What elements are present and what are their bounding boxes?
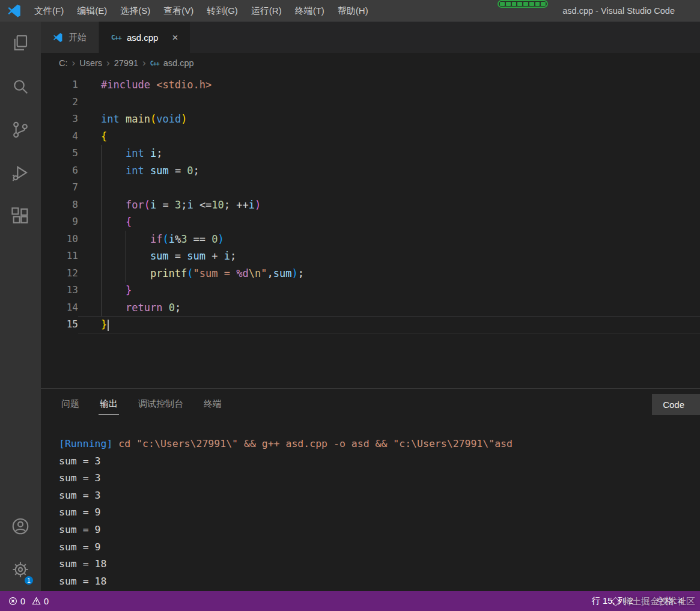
menu-goto[interactable]: 转到(G): [200, 0, 245, 22]
recording-meter-indicator: [498, 0, 548, 8]
panel-tab-bar: 问题 输出 调试控制台 终端 Code: [41, 389, 700, 420]
code-line[interactable]: 11 sum = sum + i;: [41, 248, 700, 265]
breadcrumb-item[interactable]: Users: [79, 58, 102, 68]
output-line[interactable]: sum = 3: [59, 453, 700, 470]
breadcrumb-item[interactable]: 27991: [114, 58, 138, 68]
code-line[interactable]: 10 if(i%3 == 0): [41, 231, 700, 248]
chevron-right-icon: ›: [106, 57, 110, 69]
code-line[interactable]: 6 int sum = 0;: [41, 162, 700, 180]
code-line[interactable]: 4{: [41, 128, 700, 145]
code-line[interactable]: 9 {: [41, 213, 700, 231]
code-line[interactable]: 8 for(i = 3;i <=10; ++i): [41, 196, 700, 214]
text-content: sum = 9: [59, 541, 101, 553]
line-number: 13: [41, 282, 78, 299]
line-number: 15: [41, 316, 78, 333]
code-line[interactable]: 12 printf("sum = %d\n",sum);: [41, 265, 700, 282]
account-icon[interactable]: [0, 505, 41, 548]
line-number: 3: [41, 111, 78, 128]
tab-welcome[interactable]: 开始: [41, 22, 99, 53]
menu-selection[interactable]: 选择(S): [114, 0, 157, 22]
text-content: }: [78, 282, 700, 299]
text-content: sum = 3: [59, 472, 101, 484]
text-content: sum = 18: [59, 558, 106, 570]
text-content: if(i%3 == 0): [78, 231, 700, 248]
line-number: 2: [41, 94, 78, 111]
output-console[interactable]: [Running] cd "c:\Users\27991\" && g++ as…: [41, 420, 700, 591]
code-line[interactable]: 2: [41, 94, 700, 111]
output-line[interactable]: [Running] cd "c:\Users\27991\" && g++ as…: [59, 436, 700, 453]
editor-tab-bar: 开始 C++ asd.cpp ×: [41, 22, 700, 53]
code-line[interactable]: 15}: [41, 316, 700, 333]
panel-tab-terminal[interactable]: 终端: [202, 395, 223, 415]
meter-bar: [541, 2, 546, 6]
line-number: 11: [41, 248, 78, 265]
text-content: int i;: [78, 145, 700, 162]
breadcrumb-item[interactable]: asd.cpp: [163, 58, 194, 68]
meter-bar: [506, 2, 511, 6]
source-control-icon[interactable]: [0, 108, 41, 151]
output-line[interactable]: sum = 9: [59, 521, 700, 539]
meter-bar: [535, 2, 540, 6]
text-content: int sum = 0;: [78, 162, 700, 180]
text-content: printf("sum = %d\n",sum);: [78, 265, 700, 282]
output-line[interactable]: sum = 3: [59, 470, 700, 487]
vscode-window: 文件(F) 编辑(E) 选择(S) 查看(V) 转到(G) 运行(R) 终端(T…: [0, 0, 700, 611]
menu-edit[interactable]: 编辑(E): [70, 0, 114, 22]
problems-status[interactable]: 0 0: [6, 591, 51, 611]
text-content: #include <stdio.h>: [78, 76, 700, 94]
text-content: [78, 179, 700, 196]
text-cursor: [108, 320, 109, 331]
explorer-icon[interactable]: [0, 22, 41, 65]
close-icon[interactable]: ×: [172, 32, 178, 43]
menu-run[interactable]: 运行(R): [245, 0, 288, 22]
meter-bar: [517, 2, 522, 6]
text-content: [78, 94, 700, 111]
code-line[interactable]: 5 int i;: [41, 145, 700, 162]
breadcrumb-item[interactable]: C:: [59, 58, 68, 68]
code-line[interactable]: 3int main(void): [41, 111, 700, 128]
line-number: 8: [41, 196, 78, 214]
output-line[interactable]: sum = 9: [59, 504, 700, 521]
menu-terminal[interactable]: 终端(T): [288, 0, 331, 22]
text-content: sum = 3: [59, 490, 101, 501]
text-content: {: [78, 128, 700, 145]
output-channel-dropdown[interactable]: Code: [652, 394, 700, 415]
output-line[interactable]: sum = 3: [59, 487, 700, 505]
panel-tab-debug-console[interactable]: 调试控制台: [137, 395, 184, 415]
code-line[interactable]: 7: [41, 179, 700, 196]
indent-guide: [126, 231, 126, 282]
panel-tab-output[interactable]: 输出: [99, 395, 119, 415]
output-line[interactable]: sum = 18: [59, 573, 700, 591]
error-count: 0: [20, 597, 25, 606]
menu-help[interactable]: 帮助(H): [331, 0, 375, 22]
output-line[interactable]: sum = 18: [59, 556, 700, 573]
extensions-icon[interactable]: [0, 195, 41, 238]
code-editor[interactable]: 1#include <stdio.h>23int main(void)4{5 i…: [41, 73, 700, 388]
code-line[interactable]: 14 return 0;: [41, 299, 700, 317]
meter-bar: [512, 2, 517, 6]
text-content: sum = 18: [59, 576, 106, 587]
error-icon: [8, 597, 17, 606]
output-line[interactable]: sum = 9: [59, 539, 700, 556]
cursor-position[interactable]: 行 15, 列 2: [589, 591, 636, 611]
indentation-setting[interactable]: 空格: 4: [654, 591, 686, 611]
text-content: [Running] cd "c:\Users\27991\" && g++ as…: [59, 438, 513, 449]
status-bar: 0 0 行 15, 列 2 空格: 4: [0, 591, 700, 611]
code-lines: 1#include <stdio.h>23int main(void)4{5 i…: [41, 73, 700, 333]
panel-tab-problems[interactable]: 问题: [60, 395, 81, 415]
search-icon[interactable]: [0, 65, 41, 108]
text-content: sum = sum + i;: [78, 248, 700, 265]
menu-file[interactable]: 文件(F): [28, 0, 70, 22]
run-debug-icon[interactable]: [0, 151, 41, 195]
code-line[interactable]: 13 }: [41, 282, 700, 299]
tab-asd-cpp[interactable]: C++ asd.cpp ×: [99, 22, 190, 53]
activity-bar: 1: [0, 22, 41, 591]
text-content: {: [78, 213, 700, 231]
menu-view[interactable]: 查看(V): [157, 0, 200, 22]
text-content: int main(void): [78, 111, 700, 128]
line-number: 10: [41, 231, 78, 248]
breadcrumb: C: › Users › 27991 › C++ asd.cpp: [41, 53, 700, 73]
meter-bar: [529, 2, 534, 6]
code-line[interactable]: 1#include <stdio.h>: [41, 76, 700, 94]
settings-gear-icon[interactable]: 1: [0, 548, 41, 591]
